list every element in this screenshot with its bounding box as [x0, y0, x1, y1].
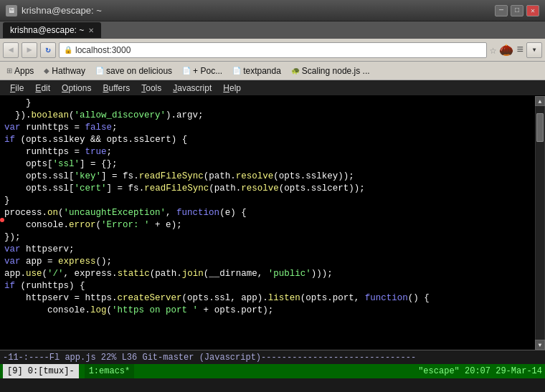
maximize-button[interactable]: □: [511, 5, 523, 16]
back-button[interactable]: ◀: [3, 42, 19, 58]
editor-menu-bar: File Edit Options Buffers Tools Javascri…: [0, 80, 545, 96]
editor-scrollbar[interactable]: ▲ ▼: [535, 96, 545, 350]
scroll-track[interactable]: [536, 106, 544, 340]
bookmark-textpanda[interactable]: 📄 textpanda: [230, 65, 283, 77]
refresh-button[interactable]: ↻: [40, 42, 56, 58]
hathway-icon: ◆: [44, 67, 49, 75]
editor-status-bar: -11-:----Fl app.js 22% L36 Git-master (J…: [0, 350, 545, 364]
code-line-10: opts.ssl['cert'] = fs.readFileSync(path.…: [4, 183, 531, 195]
title-text: krishna@escape: ~: [22, 5, 490, 16]
acorn-icon[interactable]: 🌰: [499, 43, 513, 57]
scroll-up-button[interactable]: ▲: [535, 96, 545, 106]
bookmark-apps[interactable]: ⊞ Apps: [4, 65, 36, 77]
code-line-2: }).boolean('allow_discovery').argv;: [4, 110, 531, 122]
code-line-9: opts.ssl['key'] = fs.readFileSync(path.r…: [4, 171, 531, 183]
bookmark-hathway[interactable]: ◆ Hathway: [42, 65, 87, 77]
code-line-20: var app = express();: [4, 256, 531, 268]
code-line-11: }: [4, 195, 531, 207]
window-controls: ─ □ ✕: [495, 5, 539, 16]
code-line-4: var runhttps = false;: [4, 122, 531, 134]
code-line-14: process.on('uncaughtException', function…: [4, 207, 531, 219]
minimize-button[interactable]: ─: [495, 5, 508, 16]
tab-close-button[interactable]: ✕: [88, 27, 94, 34]
menu-buffers[interactable]: Buffers: [97, 82, 136, 95]
tab-label: krishna@escape: ~: [10, 25, 84, 35]
code-line-18: var httpserv;: [4, 244, 531, 256]
code-line-21: app.use('/', express.static(path.join(__…: [4, 268, 531, 280]
menu-icon[interactable]: ≡: [516, 44, 523, 57]
tmux-bar: [9] 0:[tmux]- 1:emacs* "escape" 20:07 29…: [0, 364, 545, 378]
scaling-icon: 🐢: [291, 67, 300, 75]
tmux-tab-1[interactable]: 1:emacs*: [85, 364, 135, 378]
tab-bar: krishna@escape: ~ ✕: [0, 21, 545, 39]
nav-bar: ◀ ▶ ↻ 🔒 localhost:3000 ☆ 🌰 ≡ ▾: [0, 39, 545, 62]
bookmark-delicious[interactable]: 📄 save on delicious: [93, 65, 174, 77]
bookmarks-bar: ⊞ Apps ◆ Hathway 📄 save on delicious 📄 +…: [0, 62, 545, 80]
red-error-marker: [0, 218, 4, 222]
poc-icon: 📄: [182, 67, 191, 75]
menu-file[interactable]: File: [4, 82, 29, 95]
bookmark-textpanda-label: textpanda: [243, 66, 281, 76]
scroll-thumb[interactable]: [536, 113, 544, 142]
bookmark-apps-label: Apps: [14, 66, 34, 76]
address-bar[interactable]: 🔒 localhost:3000: [59, 42, 487, 58]
bookmark-scaling-label: Scaling node.js ...: [302, 66, 370, 76]
bookmark-poc[interactable]: 📄 + Poc...: [180, 65, 224, 77]
code-line-6: if (opts.sslkey && opts.sslcert) {: [4, 134, 531, 146]
code-line-8: opts['ssl'] = {};: [4, 158, 531, 171]
bookmark-delicious-label: save on delicious: [106, 66, 172, 76]
forward-button[interactable]: ▶: [22, 42, 37, 58]
menu-tools[interactable]: Tools: [136, 82, 167, 95]
code-line-1: }: [4, 97, 531, 110]
code-line-16: });: [4, 231, 531, 244]
menu-edit[interactable]: Edit: [29, 82, 56, 95]
code-line-24: httpserv = https.createServer(opts.ssl, …: [4, 292, 531, 305]
menu-help[interactable]: Help: [217, 82, 247, 95]
address-text: localhost:3000: [75, 45, 131, 55]
menu-options[interactable]: Options: [56, 82, 97, 95]
title-bar: 🖥 krishna@escape: ~ ─ □ ✕: [0, 0, 545, 21]
menu-javascript[interactable]: Javascript: [167, 82, 217, 95]
bookmarks-dropdown-button[interactable]: ▾: [526, 42, 542, 58]
textpanda-icon: 📄: [232, 67, 241, 75]
code-line-7: runhttps = true;: [4, 146, 531, 158]
apps-grid-icon: ⊞: [6, 67, 12, 75]
close-button[interactable]: ✕: [526, 5, 539, 16]
window-icon: 🖥: [6, 5, 17, 16]
bookmark-star-icon[interactable]: ☆: [490, 43, 497, 57]
tmux-tab-0[interactable]: [9] 0:[tmux]-: [3, 364, 79, 378]
code-line-23: if (runhttps) {: [4, 280, 531, 292]
scroll-down-button[interactable]: ▼: [535, 340, 545, 350]
delicious-icon: 📄: [95, 67, 104, 75]
tmux-clock: "escape" 20:07 29-Mar-14: [418, 366, 542, 376]
code-line-15: console.error('Error: ' + e);: [4, 219, 531, 231]
code-line-25: console.log('https on port ' + opts.port…: [4, 305, 531, 317]
status-text: -11-:----Fl app.js 22% L36 Git-master (J…: [3, 353, 416, 363]
editor-container: } }).boolean('allow_discovery').argv; va…: [0, 96, 545, 350]
browser-tab[interactable]: krishna@escape: ~ ✕: [3, 22, 101, 38]
bookmark-poc-label: + Poc...: [193, 66, 222, 76]
bookmark-hathway-label: Hathway: [52, 66, 85, 76]
bookmark-scaling[interactable]: 🐢 Scaling node.js ...: [289, 65, 372, 77]
editor-content[interactable]: } }).boolean('allow_discovery').argv; va…: [0, 96, 535, 350]
address-lock-icon: 🔒: [64, 46, 72, 54]
